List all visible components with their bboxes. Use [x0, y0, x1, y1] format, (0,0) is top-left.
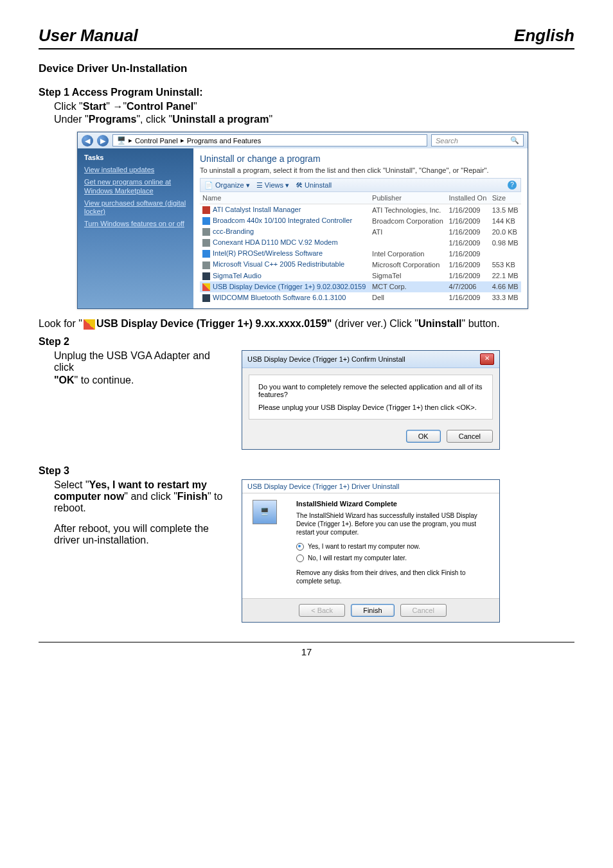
breadcrumb[interactable]: 🖥️ ▸ Control Panel ▸ Programs and Featur… [112, 134, 427, 146]
folder-icon: 🖥️ [117, 136, 126, 145]
step2-line1: Unplug the USB VGA Adapter and click [54, 350, 231, 373]
lookfor-text: Look for "USB Display Device (Trigger 1+… [39, 318, 574, 330]
step1-line2: Under "Programs", click "Uninstall a pro… [54, 114, 574, 125]
radio-restart-later[interactable]: No, I will restart my computer later. [296, 554, 490, 562]
pane-subtext: To uninstall a program, select it from t… [200, 166, 521, 174]
finish-button[interactable]: Finish [351, 604, 394, 617]
section-title: Device Driver Un-Installation [39, 62, 574, 75]
back-button[interactable]: ◀ [82, 135, 93, 146]
col-size[interactable]: Size [490, 192, 521, 204]
program-icon [202, 228, 210, 236]
step2-line2: "OK" to continue. [54, 375, 231, 386]
search-icon: 🔍 [510, 136, 519, 145]
program-table: Name Publisher Installed On Size ATI Cat… [200, 192, 521, 303]
program-icon [202, 283, 210, 291]
forward-button[interactable]: ▶ [97, 135, 109, 146]
program-icon [202, 217, 210, 225]
cancel-button: Cancel [400, 604, 447, 617]
page-header: User Manual English [39, 26, 574, 49]
usb-display-icon [84, 319, 95, 330]
program-icon [202, 294, 210, 302]
col-name[interactable]: Name [200, 192, 369, 204]
tasks-sidebar: Tasks View installed updates Get new pro… [78, 148, 193, 308]
driver-uninstall-wizard: USB Display Device (Trigger 1+) Driver U… [242, 479, 500, 623]
sidebar-purchased[interactable]: View purchased software (digital locker) [84, 199, 187, 216]
dialog-titlebar: USB Display Device (Trigger 1+) Confirm … [242, 351, 499, 368]
sidebar-view-updates[interactable]: View installed updates [84, 166, 187, 174]
back-button: < Back [299, 604, 345, 617]
dialog-text1: Do you want to completely remove the sel… [258, 383, 483, 398]
confirm-uninstall-dialog: USB Display Device (Trigger 1+) Confirm … [242, 350, 500, 450]
program-icon [202, 272, 210, 280]
radio-restart-now[interactable]: Yes, I want to restart my computer now. [296, 543, 490, 551]
sidebar-get-new[interactable]: Get new programs online at Windows Marke… [84, 178, 187, 195]
page-number: 17 [39, 642, 574, 657]
step3-line2: After reboot, you will complete the driv… [54, 523, 231, 546]
toolbar-organize[interactable]: 📄 Organize ▾ [204, 181, 250, 190]
table-row[interactable]: Conexant HDA D110 MDC V.92 Modem1/16/200… [200, 237, 521, 248]
ok-button[interactable]: OK [406, 430, 441, 443]
table-row[interactable]: USB Display Device (Trigger 1+) 9.02.030… [200, 281, 521, 292]
radio-icon [296, 543, 304, 551]
dialog-text2: Please unplug your USB Display Device (T… [258, 403, 483, 411]
radio-icon [296, 554, 304, 562]
table-row[interactable]: WIDCOMM Bluetooth Software 6.0.1.3100Del… [200, 292, 521, 303]
step3-line1: Select "Yes, I want to restart my comput… [54, 479, 231, 514]
wizard-title: USB Display Device (Trigger 1+) Driver U… [242, 480, 499, 493]
help-icon[interactable]: ? [508, 181, 517, 190]
sidebar-windows-features[interactable]: Turn Windows features on or off [84, 220, 187, 228]
table-row[interactable]: Broadcom 440x 10/100 Integrated Controll… [200, 215, 521, 226]
toolbar: 📄 Organize ▾ ☰ Views ▾ 🛠 Uninstall ? [200, 178, 521, 192]
program-icon [202, 206, 210, 214]
main-pane: Uninstall or change a program To uninsta… [193, 148, 528, 308]
pane-heading: Uninstall or change a program [200, 154, 521, 164]
wizard-heading: InstallShield Wizard Complete [296, 500, 490, 508]
manual-lang: English [514, 26, 574, 46]
close-icon[interactable]: ✕ [480, 353, 494, 365]
step2-title: Step 2 [39, 336, 574, 348]
col-publisher[interactable]: Publisher [369, 192, 446, 204]
wizard-side: 🖥️ [242, 493, 287, 598]
tasks-heading: Tasks [84, 154, 187, 162]
table-row[interactable]: ATI Catalyst Install ManagerATI Technolo… [200, 204, 521, 216]
table-row[interactable]: SigmaTel AudioSigmaTel1/16/200922.1 MB [200, 270, 521, 281]
program-icon [202, 250, 210, 258]
manual-title: User Manual [39, 26, 138, 46]
col-installed[interactable]: Installed On [447, 192, 490, 204]
program-icon [202, 239, 210, 247]
step1-title: Step 1 Access Program Uninstall: [39, 87, 574, 98]
cancel-button[interactable]: Cancel [447, 430, 493, 443]
window-nav-bar: ◀ ▶ 🖥️ ▸ Control Panel ▸ Programs and Fe… [78, 132, 528, 148]
step1-line1: Click "Start" →"Control Panel" [54, 101, 574, 112]
toolbar-uninstall[interactable]: 🛠 Uninstall [296, 181, 332, 189]
dialog-body: Do you want to completely remove the sel… [249, 375, 493, 420]
wizard-text: The InstallShield Wizard has successfull… [296, 511, 490, 536]
wizard-hint: Remove any disks from their drives, and … [296, 569, 490, 585]
computer-icon: 🖥️ [253, 500, 277, 524]
program-icon [202, 261, 210, 269]
table-row[interactable]: Intel(R) PROSet/Wireless SoftwareIntel C… [200, 248, 521, 259]
table-row[interactable]: ccc-BrandingATI1/16/200920.0 KB [200, 226, 521, 237]
toolbar-views[interactable]: ☰ Views ▾ [256, 181, 289, 190]
search-input[interactable]: Search 🔍 [431, 134, 524, 146]
control-panel-window: ◀ ▶ 🖥️ ▸ Control Panel ▸ Programs and Fe… [77, 132, 528, 309]
table-row[interactable]: Microsoft Visual C++ 2005 Redistributabl… [200, 259, 521, 270]
step3-title: Step 3 [39, 465, 574, 477]
